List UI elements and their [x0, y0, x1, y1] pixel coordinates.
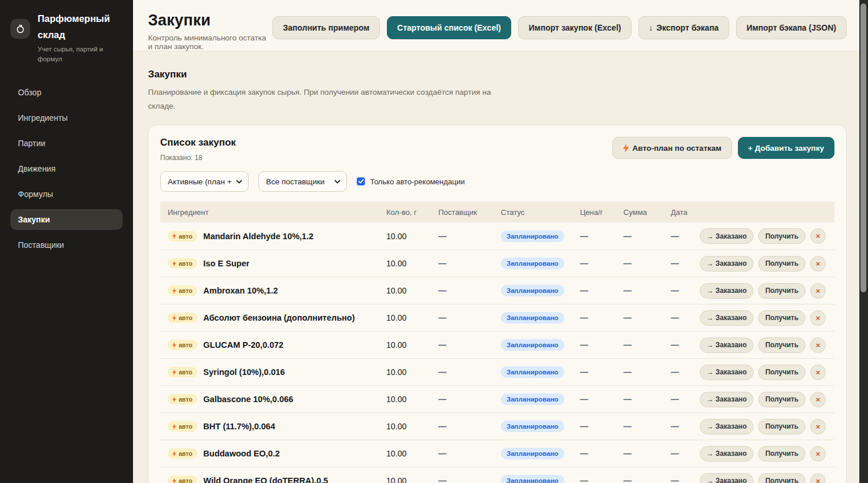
delete-icon[interactable]: × — [810, 256, 826, 272]
auto-only-checkbox-wrap[interactable]: Только авто-рекомендации — [357, 177, 465, 186]
mark-ordered-button[interactable]: → Заказано — [700, 337, 754, 353]
delete-icon[interactable]: × — [810, 446, 826, 462]
check-icon — [359, 179, 364, 184]
receive-button[interactable]: Получить — [758, 365, 805, 380]
receive-button[interactable]: Получить — [758, 256, 805, 272]
mark-ordered-button[interactable]: → Заказано — [700, 228, 754, 244]
supplier-value: — — [438, 232, 501, 241]
lightning-icon — [172, 261, 176, 267]
supplier-filter-value: Все поставщики — [266, 177, 324, 186]
chevron-down-icon — [236, 180, 242, 184]
mark-ordered-button[interactable]: → Заказано — [700, 283, 754, 299]
brand: Парфюмерный склад Учет сырья, партий и ф… — [10, 10, 123, 65]
lightning-icon — [172, 233, 176, 239]
sum-value: — — [623, 476, 671, 483]
sidebar-item[interactable]: Ингредиенты — [10, 107, 123, 128]
auto-badge: авто — [168, 421, 197, 432]
sidebar-item[interactable]: Формулы — [10, 184, 123, 205]
add-purchase-button[interactable]: + Добавить закупку — [738, 137, 835, 159]
header-button-label: Импорт бэкапа (JSON) — [747, 23, 836, 32]
sidebar-item-label: Обзор — [18, 88, 41, 97]
delete-icon[interactable]: × — [810, 228, 826, 244]
sidebar-item-label: Партии — [18, 139, 45, 148]
date-value: — — [671, 395, 700, 404]
date-value: — — [671, 313, 700, 322]
header-button[interactable]: Импорт бэкапа (JSON) — [736, 16, 847, 39]
status-filter-select[interactable]: Активные (план + заказ) — [160, 171, 249, 192]
auto-badge: авто — [168, 448, 197, 459]
mark-ordered-button[interactable]: → Заказано — [700, 310, 754, 326]
sidebar: Парфюмерный склад Учет сырья, партий и ф… — [0, 0, 133, 483]
receive-button[interactable]: Получить — [758, 473, 805, 483]
delete-icon[interactable]: × — [810, 419, 826, 434]
price-value: — — [580, 476, 623, 483]
sidebar-item[interactable]: Обзор — [10, 82, 123, 103]
table-row: авто Iso E Super 10.00 — Запланировано —… — [160, 250, 834, 277]
sidebar-item[interactable]: Поставщики — [10, 235, 123, 255]
supplier-filter-select[interactable]: Все поставщики — [258, 171, 347, 192]
mark-ordered-button[interactable]: → Заказано — [700, 392, 754, 407]
autoplan-button[interactable]: Авто-план по остаткам — [612, 137, 732, 159]
table-row: авто BHT (11.7%),0.064 10.00 — Запланиро… — [160, 413, 834, 440]
delete-icon[interactable]: × — [810, 473, 826, 483]
sidebar-item[interactable]: Партии — [10, 133, 123, 154]
price-value: — — [580, 313, 623, 322]
receive-button[interactable]: Получить — [758, 228, 805, 244]
header-button-label: Стартовый список (Excel) — [397, 23, 501, 32]
sidebar-item-label: Движения — [18, 164, 56, 173]
supplier-value: — — [438, 449, 501, 458]
receive-button[interactable]: Получить — [758, 283, 805, 299]
sum-value: — — [623, 286, 671, 295]
sidebar-item[interactable]: Движения — [10, 158, 123, 179]
date-value: — — [671, 232, 700, 241]
header-button-label: Экспорт бэкапа — [656, 23, 719, 32]
mark-ordered-button[interactable]: → Заказано — [700, 256, 754, 272]
delete-icon[interactable]: × — [810, 337, 826, 353]
price-value: — — [580, 422, 623, 431]
delete-icon[interactable]: × — [810, 392, 826, 407]
receive-button[interactable]: Получить — [758, 310, 805, 326]
receive-button[interactable]: Получить — [758, 337, 805, 353]
mark-ordered-button[interactable]: → Заказано — [700, 473, 754, 483]
table-row: авто Galbascone 10%,0.066 10.00 — Заплан… — [160, 385, 834, 413]
status-badge: Запланировано — [501, 285, 564, 296]
table-row: авто Syringol (10%),0.016 10.00 — Заплан… — [160, 358, 834, 385]
header-button[interactable]: ↓Экспорт бэкапа — [638, 16, 729, 39]
delete-icon[interactable]: × — [810, 283, 826, 299]
status-badge: Запланировано — [501, 339, 564, 351]
sidebar-item[interactable]: Закупки — [10, 209, 123, 230]
mark-ordered-button[interactable]: → Заказано — [700, 419, 754, 434]
page-title: Закупки — [148, 12, 272, 29]
auto-badge-label: авто — [179, 369, 193, 376]
sidebar-nav: Обзор Ингредиенты Партии Движения Формул… — [10, 82, 123, 255]
mark-ordered-button[interactable]: → Заказано — [700, 446, 754, 462]
header-button[interactable]: Заполнить примером — [272, 16, 380, 39]
delete-icon[interactable]: × — [810, 310, 826, 326]
table-row: авто Абсолют бензоина (дополнительно) 10… — [160, 304, 834, 331]
receive-button[interactable]: Получить — [758, 419, 805, 434]
auto-only-checkbox[interactable] — [357, 177, 365, 185]
supplier-value: — — [438, 395, 501, 404]
header-button[interactable]: Импорт закупок (Excel) — [518, 16, 631, 39]
header-button[interactable]: Стартовый список (Excel) — [387, 16, 511, 39]
sum-value: — — [623, 395, 671, 404]
lightning-icon — [172, 423, 176, 430]
lightning-icon — [172, 451, 176, 457]
status-filter-value: Активные (план + заказ) — [168, 177, 232, 186]
delete-icon[interactable]: × — [810, 365, 826, 380]
column-header: Сумма — [623, 208, 671, 217]
ingredient-name: Galbascone 10%,0.066 — [204, 395, 294, 404]
price-value: — — [580, 395, 623, 404]
receive-button[interactable]: Получить — [758, 446, 805, 462]
mark-ordered-button[interactable]: → Заказано — [700, 365, 754, 380]
auto-badge-label: авто — [179, 287, 193, 294]
scrollbar-thumb[interactable] — [860, 3, 866, 292]
ingredient-name: Wild Orange EO (doTERRA),0.5 — [204, 476, 328, 483]
ingredient-name: Buddawood EO,0.2 — [204, 449, 280, 458]
receive-button[interactable]: Получить — [758, 392, 805, 407]
supplier-value: — — [438, 422, 501, 431]
date-value: — — [671, 340, 700, 350]
auto-badge-label: авто — [179, 233, 193, 240]
sum-value: — — [623, 422, 671, 431]
ingredient-name: GLUCAM P-20,0.072 — [204, 340, 284, 350]
